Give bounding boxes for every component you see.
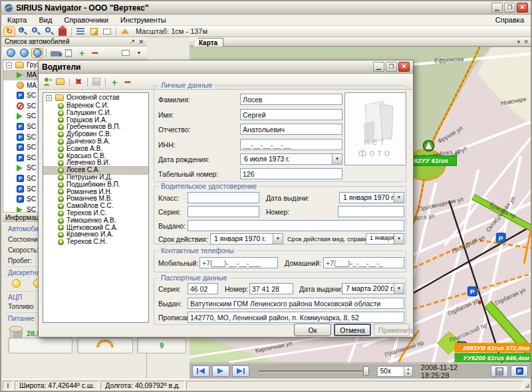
close-button[interactable]: ✕: [517, 3, 528, 13]
chevron-down-icon[interactable]: ▼: [332, 154, 342, 164]
track-info-orange: 2883УВ 61rus 372,0км: [462, 344, 529, 351]
add-group-button[interactable]: [54, 76, 67, 88]
address-field[interactable]: [188, 312, 404, 323]
passport-number-field[interactable]: [249, 283, 293, 294]
tab-map[interactable]: Карта: [193, 38, 223, 47]
med-valid-combo[interactable]: 1 января 1970 г.▼: [366, 233, 404, 245]
spinner-arrows-icon[interactable]: ▲▼: [404, 367, 412, 376]
menu-view[interactable]: Вид: [33, 15, 58, 25]
panel-menu-button[interactable]: ▼: [133, 48, 145, 58]
driver-tree-root[interactable]: − Основной состав: [43, 93, 148, 102]
mini-panel-gauge: [77, 338, 133, 353]
playback-slider[interactable]: [259, 370, 370, 372]
chevron-down-icon[interactable]: ▼: [394, 193, 404, 203]
menu-map[interactable]: Карта: [1, 15, 33, 25]
play-button[interactable]: [212, 365, 229, 377]
dialog-maximize-button[interactable]: ❐: [386, 62, 397, 72]
slider-thumb[interactable]: [363, 366, 369, 376]
license-issue-combo[interactable]: 1 января 1970 г.▼: [339, 192, 404, 203]
surname-field[interactable]: [240, 94, 342, 105]
chevron-down-icon[interactable]: ▼: [394, 234, 404, 244]
add-driver-button[interactable]: +: [41, 76, 54, 88]
license-series-label: Серия:: [158, 208, 181, 216]
license-series-field[interactable]: [188, 206, 259, 217]
driver-row[interactable]: Терехов С.Н.: [43, 239, 148, 246]
driver-row[interactable]: Тимошенко А.В.: [43, 217, 148, 225]
collapse-button[interactable]: ━: [121, 76, 134, 88]
skip-start-button[interactable]: [192, 365, 209, 377]
vehicle-marker[interactable]: [424, 140, 434, 151]
save-track-button[interactable]: [491, 365, 508, 377]
add-vehicle-button[interactable]: ＋: [76, 48, 88, 58]
tab-close-icon[interactable]: ✕: [523, 39, 529, 45]
passport-issue-combo[interactable]: 7 марта 2002 г.▼: [342, 283, 404, 294]
folder-add-icon: [56, 78, 65, 85]
passport-issue-label: Дата выдачи:: [299, 285, 342, 293]
license-issued-field[interactable]: [188, 220, 404, 231]
ok-button[interactable]: Ок: [294, 324, 331, 336]
minimize-button[interactable]: ▁: [491, 3, 503, 13]
power-group: Питание: [8, 315, 34, 322]
pin-icon[interactable]: 📍︎: [129, 39, 135, 45]
truck-button[interactable]: [49, 48, 61, 58]
driver-tree: − Основной состав Варенюк С.И. Галушкин …: [43, 92, 149, 323]
cancel-button[interactable]: Отмена: [334, 324, 371, 336]
columns-button[interactable]: [120, 48, 132, 58]
birth-date-combo[interactable]: 6 июля 1973 г.▼: [240, 153, 342, 165]
name-field[interactable]: [240, 109, 342, 120]
class-field[interactable]: [188, 192, 259, 203]
globe-button-1[interactable]: [5, 48, 17, 58]
playback-timestamp: 2008-11-12 18:25:28: [421, 363, 488, 379]
remove-vehicle-button[interactable]: ━: [89, 48, 101, 58]
report-button[interactable]: [63, 48, 74, 58]
select-area-button[interactable]: [101, 27, 113, 37]
home-view-button[interactable]: [57, 27, 68, 37]
dialog-minimize-button[interactable]: ▁: [373, 62, 384, 72]
main-toolbar: ↻ + - Масштаб: 1см - 137м: [1, 26, 531, 37]
home-field[interactable]: [323, 257, 404, 268]
inn-field[interactable]: [240, 139, 342, 150]
skip-end-button[interactable]: [232, 365, 249, 377]
dialog-title-bar[interactable]: Водители ▁ ❐ ✕: [39, 60, 413, 74]
resize-grip[interactable]: ◢: [525, 382, 529, 389]
legend-button[interactable]: [74, 27, 86, 37]
personnel-number-field[interactable]: [240, 168, 342, 179]
panel-close-icon[interactable]: ✕: [138, 39, 144, 45]
tab-menu-icon[interactable]: ▾: [517, 39, 520, 45]
measure-button[interactable]: [119, 27, 131, 37]
save-driver-button[interactable]: [90, 76, 103, 88]
save-icon: [92, 78, 100, 86]
menu-directories[interactable]: Справочники: [58, 15, 114, 25]
mobile-field[interactable]: [200, 257, 278, 268]
vehicle-status-icon: [17, 195, 24, 203]
license-valid-combo[interactable]: 1 января 1970 г.▼: [210, 233, 283, 245]
globe-button-3[interactable]: [31, 48, 43, 58]
edit-map-button[interactable]: [88, 27, 100, 37]
chevron-down-icon[interactable]: ▼: [394, 284, 404, 294]
zoom-in-button[interactable]: +: [17, 27, 29, 37]
license-number-field[interactable]: [338, 206, 404, 217]
passport-series-field[interactable]: [188, 283, 218, 294]
driver-row[interactable]: Подшибякин В.П.: [43, 181, 148, 189]
collapse-icon[interactable]: −: [46, 95, 52, 101]
menu-help[interactable]: Справка: [489, 15, 531, 25]
patronymic-field[interactable]: [240, 124, 342, 135]
delete-driver-button[interactable]: ✖: [72, 76, 85, 88]
speed-spinner[interactable]: 50x ▲▼: [377, 366, 413, 377]
dialog-close-button[interactable]: ✕: [398, 62, 410, 72]
driver-row[interactable]: Есаков А.В.: [43, 146, 148, 153]
globe-button-2[interactable]: [18, 48, 30, 58]
collapse-icon[interactable]: −: [6, 62, 12, 68]
zoom-select-button[interactable]: [43, 27, 55, 37]
svg-text:P: P: [499, 235, 503, 242]
passport-issued-by-field[interactable]: [188, 298, 404, 309]
menu-tools[interactable]: Инструменты: [114, 15, 172, 25]
restore-button[interactable]: ❐: [504, 3, 515, 13]
chevron-down-icon[interactable]: ▼: [273, 234, 283, 244]
parking-mode-button[interactable]: [511, 365, 528, 377]
driver-row[interactable]: Галушкин С.И.: [43, 110, 148, 117]
expand-button[interactable]: ＋: [108, 76, 121, 88]
vehicle-label: SC: [27, 122, 36, 132]
refresh-map-button[interactable]: ↻: [3, 27, 15, 37]
zoom-out-button[interactable]: -: [30, 27, 42, 37]
